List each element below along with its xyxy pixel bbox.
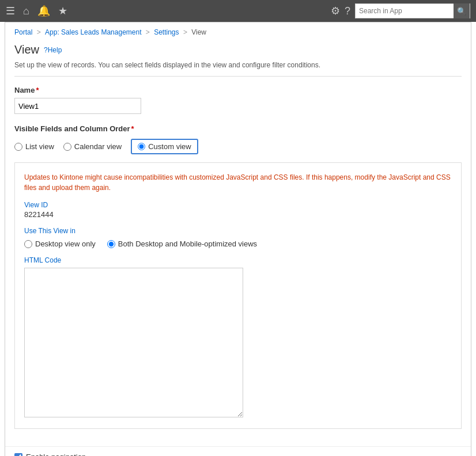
- view-id-value: 8221444: [24, 210, 452, 219]
- pagination-label: Enable pagination: [26, 453, 86, 456]
- visible-fields-required-star: *: [131, 124, 134, 133]
- breadcrumb-settings[interactable]: Settings: [154, 28, 179, 36]
- help-link[interactable]: ?Help: [44, 46, 62, 54]
- star-icon[interactable]: ★: [58, 5, 67, 17]
- use-view-label: Use This View in: [24, 227, 452, 235]
- breadcrumb-sep2: >: [146, 28, 152, 36]
- search-bar: 🔍: [355, 3, 470, 18]
- view-type-radio-group: List view Calendar view Custom view: [14, 139, 462, 154]
- pagination-area: Enable pagination: [5, 446, 471, 456]
- custom-view-panel: Updates to Kintone might cause incompati…: [14, 162, 462, 429]
- calendar-view-radio[interactable]: [63, 143, 71, 151]
- calendar-view-option[interactable]: Calendar view: [63, 142, 122, 151]
- view-id-label: View ID: [24, 201, 452, 209]
- topbar-left: ☰ ⌂ 🔔 ★: [6, 5, 67, 17]
- gear-icon[interactable]: ⚙: [331, 5, 340, 17]
- calendar-view-label: Calendar view: [74, 142, 122, 151]
- name-field-group: Name*: [14, 86, 462, 114]
- breadcrumb-portal[interactable]: Portal: [14, 28, 32, 36]
- page-description: Set up the view of records. You can sele…: [5, 59, 471, 76]
- custom-view-radio[interactable]: [138, 143, 145, 150]
- topbar-right: ⚙ ? 🔍: [331, 3, 470, 18]
- breadcrumb-sep1: >: [37, 28, 43, 36]
- html-code-label: HTML Code: [24, 256, 452, 264]
- both-desktop-mobile-radio[interactable]: [107, 240, 115, 248]
- custom-view-label-text: Custom view: [148, 142, 191, 151]
- both-desktop-mobile-option[interactable]: Both Desktop and Mobile-optimized views: [107, 240, 257, 248]
- page-title: View: [14, 43, 39, 56]
- home-icon[interactable]: ⌂: [23, 5, 29, 17]
- breadcrumb-sep3: >: [183, 28, 189, 36]
- menu-icon[interactable]: ☰: [6, 5, 15, 17]
- visible-fields-title: Visible Fields and Column Order*: [14, 124, 462, 133]
- pagination-checkbox[interactable]: [14, 453, 22, 457]
- bell-icon[interactable]: 🔔: [37, 5, 50, 17]
- warning-message: Updates to Kintone might cause incompati…: [24, 172, 452, 193]
- list-view-label: List view: [25, 142, 54, 151]
- page-title-area: View ?Help: [5, 40, 471, 59]
- page-wrapper: Portal > App: Sales Leads Management > S…: [5, 22, 471, 456]
- breadcrumb-current: View: [191, 28, 206, 36]
- desktop-only-option[interactable]: Desktop view only: [24, 240, 96, 248]
- search-input[interactable]: [356, 4, 454, 18]
- form-area: Name* Visible Fields and Column Order* L…: [5, 77, 471, 438]
- name-label: Name*: [14, 86, 462, 94]
- search-button[interactable]: 🔍: [454, 3, 470, 18]
- desktop-only-radio[interactable]: [24, 240, 32, 248]
- breadcrumb-app[interactable]: App: Sales Leads Management: [45, 28, 141, 36]
- desktop-only-label: Desktop view only: [35, 240, 96, 248]
- list-view-radio[interactable]: [14, 143, 22, 151]
- both-desktop-mobile-label: Both Desktop and Mobile-optimized views: [118, 240, 257, 248]
- list-view-option[interactable]: List view: [14, 142, 54, 151]
- name-input[interactable]: [14, 98, 141, 114]
- html-code-textarea[interactable]: [24, 268, 243, 417]
- breadcrumb: Portal > App: Sales Leads Management > S…: [5, 22, 471, 40]
- custom-view-option[interactable]: Custom view: [131, 139, 198, 154]
- topbar: ☰ ⌂ 🔔 ★ ⚙ ? 🔍: [0, 0, 476, 22]
- use-view-radio-group: Desktop view only Both Desktop and Mobil…: [24, 240, 452, 248]
- help-icon[interactable]: ?: [345, 5, 350, 17]
- name-required-star: *: [36, 86, 39, 94]
